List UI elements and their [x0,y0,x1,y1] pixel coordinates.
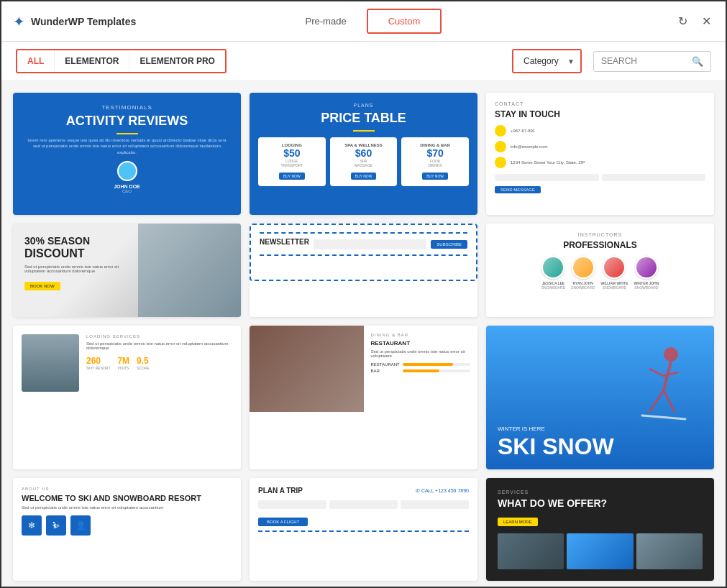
template-card-dining[interactable]: DINING & BAR RESTAURANT Sed ut perspicia… [250,326,477,469]
template-card-newsletter[interactable]: NEWSLETTER SUBSCRIBE [250,224,477,317]
trip-field-1 [258,500,326,509]
prof-avatar-4 [635,256,658,279]
svg-line-3 [664,372,678,376]
trip-phone: ✆ CALL +123 456 7890 [416,488,469,494]
template-card-professionals[interactable]: INSTRUCTORS PROFESSIONALS JESSICA LEE SN… [486,224,714,317]
contact-row-3: 1234 Some Street Your City, State, ZIP [495,157,705,168]
resort-icon-3: 👤 [70,515,91,536]
price-col-2-btn[interactable]: BUY NOW [351,173,377,180]
bar-fill-1 [403,363,454,366]
stat-1: 260 SKIY RESORT [86,356,110,370]
template-card-price-table[interactable]: PLANS PRICE TABLE LODGING $50 LODGE TRAN… [250,93,477,215]
filter-elementor[interactable]: ELEMENTOR [54,50,129,72]
dining-title: RESTAURANT [371,340,471,346]
template-card-plan-trip[interactable]: PLAN A TRIP ✆ CALL +123 456 7890 BOOK A … [250,478,477,581]
testimonials-name: JOHN DOE [24,184,229,189]
search-input[interactable] [601,56,687,66]
template-card-what-offer[interactable]: SERVICES WHAT DO WE OFFER? LEARN MORE [486,478,714,581]
email-icon [495,141,506,152]
trip-form [258,500,469,509]
offer-img-2 [567,533,633,569]
title-bar: ✦ WunderWP Templates Pre-made Custom ↻ ✕ [1,1,726,42]
prof-role-4: SNOWBOARD [634,285,659,290]
stat-3-lbl: SCORE [137,366,150,370]
category-select-wrap[interactable]: Category Travel Business Portfolio Blog … [512,49,582,73]
price-cols: LODGING $50 LODGE TRANSPORT BUY NOW SPA … [258,137,469,186]
stat-3-num: 9.5 [137,356,150,366]
price-col-1: LODGING $50 LODGE TRANSPORT BUY NOW [258,137,326,186]
category-select[interactable]: Category Travel Business Portfolio Blog [513,50,580,72]
resort-icon-1: ❄ [22,515,42,536]
bar-row-1: RESTAURANT [371,362,471,367]
price-divider [353,130,375,132]
svg-point-0 [664,347,678,362]
stat-2-num: 7M [117,356,129,366]
prof-avatar-2 [572,256,595,279]
price-col-2-amount: $60 [334,147,393,159]
ski-text: WINTER IS HERE SKI SNOW [498,426,614,458]
template-card-ski-resort[interactable]: ABOUT US WELCOME TO SKI AND SNOWBOARD RE… [13,478,241,581]
trip-header: PLAN A TRIP ✆ CALL +123 456 7890 [258,487,469,495]
address-icon [495,157,506,168]
resort-icons: ❄ ⛷ 👤 [22,515,232,536]
testimonials-title: ACTIVITY REVIEWS [24,114,229,129]
price-col-1-amount: $50 [262,147,321,159]
prof-avatar-1 [541,256,564,279]
bar-track-2 [403,369,471,372]
template-card-testimonials[interactable]: TESTIMONIALS ACTIVITY REVIEWS lorem rem … [13,93,241,215]
professionals-row: JESSICA LEE SNOWBOARD RYAN JOHN SNOWBOAR… [495,256,705,290]
search-box: 🔍 [593,51,711,72]
what-btn[interactable]: LEARN MORE [498,518,538,526]
svg-line-4 [649,390,664,412]
prof-role-1: SNOWBOARD [541,285,565,290]
what-title: WHAT DO WE OFFER? [498,497,703,509]
discount-pct: 30% SEASON [24,235,137,247]
trip-btn[interactable]: BOOK A FLIGHT [258,518,308,526]
contact-label: CONTACT [495,101,705,106]
resort-title: WELCOME TO SKI AND SNOWBOARD RESORT [22,494,232,502]
discount-btn[interactable]: BOOK NOW [24,282,60,290]
newsletter-dashed-top [260,232,467,234]
stat-2: 7M VISITS [117,356,129,370]
newsletter-dashed-bottom [260,254,467,256]
filter-elementor-pro[interactable]: ELEMENTOR PRO [129,50,224,72]
bar-track-1 [403,363,471,366]
template-card-loading[interactable]: LOADING SERVICES Sed ut perspiciatis und… [13,326,241,469]
contact-submit-btn[interactable]: SEND MESSAGE [495,186,541,193]
loading-body: Sed ut perspiciatis unde omnis iste natu… [86,341,232,350]
newsletter-title: NEWSLETTER [260,238,309,246]
tab-custom[interactable]: Custom [367,9,442,34]
testimonials-divider [116,133,138,134]
form-field-1 [495,174,599,181]
prof-avatar-3 [603,256,626,279]
contact-row-2: info@example.com [495,141,705,152]
contact-email: info@example.com [511,144,547,149]
prof-item-1: JESSICA LEE SNOWBOARD [541,256,565,290]
tab-premade[interactable]: Pre-made [285,10,367,32]
loading-info: LOADING SERVICES Sed ut perspiciatis und… [86,334,232,396]
price-col-1-btn[interactable]: BUY NOW [279,173,305,180]
template-grid: TESTIMONIALS ACTIVITY REVIEWS lorem rem … [13,93,714,587]
price-title: PRICE TABLE [258,111,469,126]
content-area[interactable]: TESTIMONIALS ACTIVITY REVIEWS lorem rem … [1,81,726,587]
price-col-1-sub2: TRANSPORT [262,163,321,167]
template-card-ski-snow[interactable]: WINTER IS HERE SKI SNOW [486,326,714,469]
newsletter-btn[interactable]: SUBSCRIBE [431,240,467,249]
prof-role-2: SNOWBOARD [571,285,595,290]
contact-phone: +967-67-891 [511,129,535,133]
bar-label-2: BAR [371,369,400,373]
prof-item-4: WINTER JOHN SNOWBOARD [634,256,659,290]
ski-figure-icon [635,340,692,426]
template-card-contact[interactable]: CONTACT STAY IN TOUCH +967-67-891 info@e… [486,93,714,215]
price-label: PLANS [258,103,469,108]
newsletter-input [314,239,426,249]
professionals-title: PROFESSIONALS [495,240,705,250]
price-col-3-btn[interactable]: BUY NOW [422,173,448,180]
template-card-discount[interactable]: 30% SEASON DISCOUNT Sed ut perspiciatis … [13,224,241,317]
trip-field-2 [329,500,398,509]
contact-address: 1234 Some Street Your City, State, ZIP [511,160,585,165]
filter-all[interactable]: ALL [17,50,54,72]
close-button[interactable]: ✕ [699,12,714,31]
refresh-button[interactable]: ↻ [675,12,690,31]
price-col-3-amount: $70 [406,147,465,159]
